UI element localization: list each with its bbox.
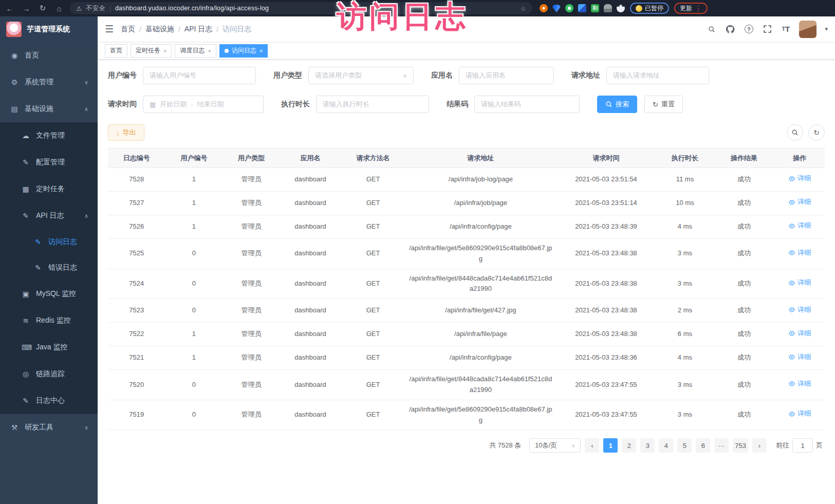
request-time-range-picker[interactable]: ▦ 开始日期 - 结束日期: [143, 96, 264, 113]
home-nav-icon[interactable]: ⌂: [53, 4, 65, 13]
more-pages-button[interactable]: ···: [714, 438, 729, 453]
table-cell: dashboard: [280, 215, 341, 239]
update-button[interactable]: 更新 ⋮: [674, 3, 708, 14]
extension-icon[interactable]: [565, 4, 573, 12]
table-cell: 7523: [108, 299, 165, 323]
page-button[interactable]: 753: [733, 438, 748, 453]
bookmark-star-icon[interactable]: ☆: [521, 5, 526, 12]
page-button[interactable]: 6: [696, 438, 710, 453]
page-button[interactable]: 1: [603, 438, 618, 453]
breadcrumb-item[interactable]: API 日志: [184, 25, 212, 34]
sidebar-item[interactable]: ▤基础设施∧: [0, 96, 98, 122]
search-icon[interactable]: [707, 24, 717, 34]
refresh-table-button[interactable]: ↻: [808, 124, 825, 141]
close-icon[interactable]: ×: [259, 48, 263, 54]
duration-input[interactable]: 请输入执行时长: [316, 96, 429, 113]
result-code-input[interactable]: 请输入结果码: [474, 96, 580, 113]
user-id-input[interactable]: 请输入用户编号: [143, 67, 256, 84]
top-navbar: ☰ 首页/基础设施/API 日志/访问日志 ? TT ▾: [98, 16, 835, 42]
back-icon[interactable]: ←: [4, 4, 15, 13]
tab-label: 访问日志: [232, 46, 256, 55]
table-cell: 管理员: [222, 323, 280, 346]
extension-icon[interactable]: [552, 4, 561, 12]
paused-badge[interactable]: 已暂停: [630, 3, 669, 14]
detail-link[interactable]: 详细: [788, 197, 811, 208]
detail-link[interactable]: 详细: [788, 173, 811, 184]
table-cell: GET: [341, 400, 405, 430]
caret-down-icon[interactable]: ▾: [825, 26, 828, 32]
app-name-input[interactable]: 请输入应用名: [459, 67, 554, 84]
table-cell-action: 详细: [774, 239, 825, 269]
sidebar-item[interactable]: ✎API 日志∧: [0, 202, 98, 229]
detail-link[interactable]: 详细: [788, 408, 811, 419]
page-button[interactable]: 5: [677, 438, 692, 453]
prev-page-button[interactable]: ‹: [585, 438, 599, 453]
github-icon[interactable]: [725, 24, 735, 34]
hamburger-icon[interactable]: ☰: [105, 23, 114, 35]
log-center-icon: ✎: [22, 397, 30, 405]
sidebar-item[interactable]: ✎访问日志: [0, 229, 98, 255]
puzzle-extension-icon[interactable]: [617, 4, 625, 12]
user-type-select[interactable]: 请选择用户类型∨: [308, 67, 414, 84]
breadcrumb-item[interactable]: 首页: [121, 25, 135, 34]
tab-item[interactable]: 定时任务×: [131, 44, 172, 58]
extension-icon[interactable]: [540, 4, 548, 12]
request-url-input[interactable]: 请输入请求地址: [606, 67, 709, 84]
sidebar-item[interactable]: ▦定时任务: [0, 176, 98, 202]
close-icon[interactable]: ×: [163, 48, 166, 54]
detail-link[interactable]: 详细: [788, 379, 811, 389]
sidebar-item[interactable]: ⚒研发工具∨: [0, 414, 98, 441]
help-icon[interactable]: ?: [744, 24, 754, 34]
error-log-icon: ✎: [34, 264, 42, 272]
sidebar-item[interactable]: ☁文件管理: [0, 122, 98, 149]
export-button[interactable]: ↓ 导出: [108, 124, 144, 141]
column-header: 请求地址: [405, 148, 556, 168]
goto-page-input[interactable]: 1: [792, 438, 813, 453]
chevron-down-icon: ∨: [403, 72, 407, 79]
close-icon[interactable]: ×: [208, 48, 211, 54]
page-size-select[interactable]: 10条/页 ∨: [529, 438, 581, 453]
next-page-button[interactable]: ›: [752, 438, 767, 453]
tab-active[interactable]: 访问日志×: [219, 44, 268, 58]
forward-icon[interactable]: →: [21, 4, 32, 13]
toggle-search-button[interactable]: [787, 124, 803, 141]
reload-icon[interactable]: ↻: [37, 4, 48, 13]
detail-link[interactable]: 详细: [788, 248, 811, 258]
address-bar[interactable]: ⚠ 不安全 | dashboard.yudao.iocoder.cn/infra…: [70, 2, 532, 14]
tab-item[interactable]: 调度日志×: [175, 44, 216, 58]
breadcrumb-item[interactable]: 基础设施: [145, 25, 174, 34]
extension-icon[interactable]: [578, 4, 586, 12]
avatar[interactable]: [799, 21, 817, 38]
sidebar-item[interactable]: ⚙系统管理∨: [0, 69, 98, 96]
sidebar-item[interactable]: ✎错误日志: [0, 255, 98, 281]
page-button[interactable]: 2: [622, 438, 636, 453]
page-button[interactable]: 4: [659, 438, 673, 453]
font-size-icon[interactable]: TT: [781, 24, 791, 34]
tab-item[interactable]: 首页: [105, 44, 127, 58]
table-cell: 3 ms: [656, 370, 714, 400]
sidebar-item[interactable]: ◎链路追踪: [0, 361, 98, 387]
detail-link[interactable]: 详细: [788, 328, 811, 339]
detail-link[interactable]: 详细: [788, 352, 811, 363]
search-button[interactable]: 搜索: [597, 96, 637, 113]
sidebar-item[interactable]: ⌨Java 监控: [0, 334, 98, 361]
sidebar-item[interactable]: ✎配置管理: [0, 149, 98, 176]
sidebar-item[interactable]: ▣MySQL 监控: [0, 281, 98, 307]
extension-icon[interactable]: [604, 4, 612, 12]
table-cell-action: 详细: [774, 323, 825, 346]
access-log-table: 日志编号用户编号用户类型应用名请求方法名请求地址请求时间执行时长操作结果操作 7…: [108, 148, 825, 430]
reset-button[interactable]: ↻ 重置: [644, 96, 683, 113]
detail-link[interactable]: 详细: [788, 305, 811, 315]
page-button[interactable]: 3: [640, 438, 655, 453]
logo-bar[interactable]: 芋道管理系统: [0, 16, 98, 42]
table-cell-action: 详细: [774, 215, 825, 239]
fullscreen-icon[interactable]: [762, 24, 772, 34]
table-cell: GET: [341, 346, 405, 370]
table-cell: 4 ms: [656, 346, 714, 370]
detail-link[interactable]: 详细: [788, 277, 811, 288]
translate-extension-icon[interactable]: 翻: [591, 4, 599, 12]
sidebar-item[interactable]: ≋Redis 监控: [0, 307, 98, 334]
sidebar-item[interactable]: ✎日志中心: [0, 387, 98, 414]
detail-link[interactable]: 详细: [788, 220, 811, 231]
sidebar-item[interactable]: ◉首页: [0, 42, 98, 69]
